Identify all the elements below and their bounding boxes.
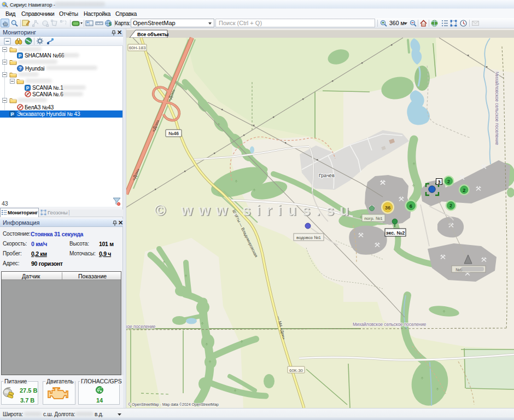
- svg-text:Грачёв: Грачёв: [319, 173, 335, 178]
- svg-text:36: 36: [385, 205, 391, 211]
- svg-text:кое поселение: кое поселение: [126, 324, 156, 329]
- svg-text:6: 6: [410, 203, 412, 209]
- svg-text:© OpenStreetMap - Map data ©20: © OpenStreetMap - Map data ©2024 OpenStr…: [128, 402, 219, 407]
- svg-text:$: $: [109, 21, 112, 27]
- svg-text:Михайловское сельское поселени: Михайловское сельское поселение: [353, 322, 427, 327]
- svg-text:P: P: [26, 85, 30, 91]
- svg-text:погр. №1: погр. №1: [364, 216, 383, 221]
- svg-text:© www.sirius.su: © www.sirius.su: [155, 202, 355, 219]
- svg-text:P: P: [11, 112, 14, 117]
- svg-text:60Н-183: 60Н-183: [129, 45, 146, 50]
- svg-text:P: P: [19, 53, 22, 59]
- svg-text:экс. №2: экс. №2: [386, 230, 405, 236]
- svg-text:Все объекты: Все объекты: [137, 32, 168, 37]
- svg-text:3: 3: [437, 179, 440, 185]
- svg-text:60К-30: 60К-30: [289, 368, 303, 373]
- svg-text:2: 2: [463, 188, 465, 193]
- svg-text:2: 2: [449, 203, 452, 208]
- svg-text:водовоз №1: водовоз №1: [296, 235, 322, 240]
- svg-text:№46: №46: [168, 131, 179, 136]
- svg-text:2: 2: [447, 179, 450, 184]
- svg-text:Михайловское сельское поселени: Михайловское сельское поселение: [494, 72, 499, 145]
- svg-text:?: ?: [19, 66, 21, 71]
